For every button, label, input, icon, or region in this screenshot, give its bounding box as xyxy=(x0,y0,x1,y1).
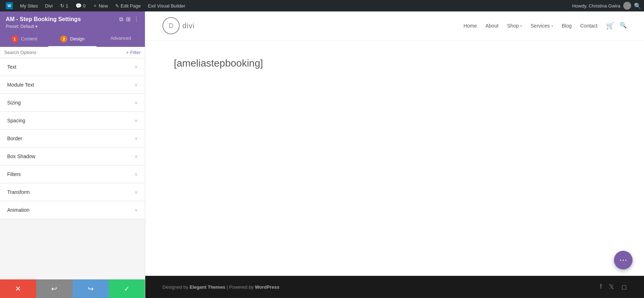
nav-blog[interactable]: Blog xyxy=(562,23,572,29)
option-box-shadow-label: Box Shadow xyxy=(7,153,35,159)
save-button[interactable]: ✓ xyxy=(109,279,145,298)
filter-button[interactable]: + Filter xyxy=(126,50,141,55)
tab-advanced[interactable]: Advanced xyxy=(97,32,145,47)
services-dropdown-icon: ▾ xyxy=(551,24,553,28)
divi-button[interactable]: Divi xyxy=(42,0,56,11)
my-sites-label: My Sites xyxy=(20,3,38,9)
new-button[interactable]: ＋ New xyxy=(90,0,111,11)
floating-action-button[interactable]: ⋯ xyxy=(614,251,633,269)
divi-label: Divi xyxy=(45,3,53,9)
fab-icon: ⋯ xyxy=(619,255,627,265)
site-logo: D divi xyxy=(162,17,195,34)
option-box-shadow[interactable]: Box Shadow ∨ xyxy=(0,148,145,165)
search-row: + Filter xyxy=(0,47,145,58)
nav-services[interactable]: Services ▾ xyxy=(531,23,553,29)
cancel-button[interactable]: ✕ xyxy=(0,279,36,298)
nav-shop-label: Shop xyxy=(507,23,519,29)
option-filters-label: Filters xyxy=(7,171,21,177)
wordpress-link[interactable]: WordPress xyxy=(255,284,279,290)
settings-panel: AM - Step Booking Settings ⧉ ⊞ ⋮ Preset:… xyxy=(0,11,145,298)
shop-dropdown-icon: ▾ xyxy=(520,24,522,28)
option-animation[interactable]: Animation ∨ xyxy=(0,201,145,219)
more-options-icon[interactable]: ⋮ xyxy=(133,16,139,23)
option-animation-label: Animation xyxy=(7,207,29,213)
option-text[interactable]: Text ∨ xyxy=(0,58,145,76)
wp-logo-icon: W xyxy=(6,2,13,9)
nav-icons: 🛒 🔍 xyxy=(606,22,627,30)
user-greeting: Howdy, Christina Gwira xyxy=(572,3,620,9)
tab-design[interactable]: 2 Design xyxy=(48,32,97,47)
search-admin-icon[interactable]: 🔍 xyxy=(634,3,641,9)
chevron-module-text-icon: ∨ xyxy=(135,82,138,87)
bottom-action-bar: ✕ ↩ ↪ ✓ xyxy=(0,279,145,298)
option-transform-label: Transform xyxy=(7,189,30,195)
logo-circle-icon: D xyxy=(162,17,180,34)
footer-separator: | Powered by xyxy=(225,284,255,290)
nav-about-label: About xyxy=(486,23,499,29)
my-sites-button[interactable]: My Sites xyxy=(17,0,41,11)
option-filters[interactable]: Filters ∨ xyxy=(0,166,145,183)
preset-row: Preset: Default ▾ xyxy=(6,24,139,29)
counter-button[interactable]: ↻ 1 xyxy=(57,0,71,11)
nav-shop[interactable]: Shop ▾ xyxy=(507,23,522,29)
copy-icon[interactable]: ⧉ xyxy=(119,16,123,23)
page-preview: D divi Home About Shop ▾ Services ▾ xyxy=(145,11,644,298)
chevron-animation-icon: ∨ xyxy=(135,207,138,212)
chevron-filters-icon: ∨ xyxy=(135,172,138,177)
nav-blog-label: Blog xyxy=(562,23,572,29)
preset-label[interactable]: Preset: Default ▾ xyxy=(6,24,38,29)
nav-about[interactable]: About xyxy=(486,23,499,29)
tab-badge-1: 1 xyxy=(11,35,18,43)
option-border[interactable]: Border ∨ xyxy=(0,130,145,147)
tab-content[interactable]: 1 Content xyxy=(0,32,48,47)
logo-text: divi xyxy=(182,22,195,30)
edit-page-label: Edit Page xyxy=(121,3,141,9)
option-module-text[interactable]: Module Text ∨ xyxy=(0,76,145,94)
tab-advanced-label: Advanced xyxy=(111,35,131,41)
option-spacing-label: Spacing xyxy=(7,118,25,123)
chevron-transform-icon: ∨ xyxy=(135,190,138,195)
panel-header: AM - Step Booking Settings ⧉ ⊞ ⋮ Preset:… xyxy=(0,11,145,32)
comments-button[interactable]: 💬 0 xyxy=(73,0,88,11)
undo-icon: ↩ xyxy=(51,284,57,293)
footer-prefix: Designed by xyxy=(162,284,190,290)
option-sizing-label: Sizing xyxy=(7,100,21,106)
instagram-icon[interactable]: ◻ xyxy=(621,283,627,291)
wp-logo-button[interactable]: W xyxy=(3,0,16,11)
nav-contact-label: Contact xyxy=(580,23,597,29)
redo-button[interactable]: ↪ xyxy=(73,279,109,298)
facebook-icon[interactable]: f xyxy=(600,283,602,291)
search-nav-icon[interactable]: 🔍 xyxy=(620,22,627,30)
nav-home-label: Home xyxy=(463,23,477,29)
undo-button[interactable]: ↩ xyxy=(36,279,72,298)
grid-icon[interactable]: ⊞ xyxy=(126,16,131,23)
elegant-themes-link[interactable]: Elegant Themes xyxy=(190,284,225,290)
page-content: [ameliastepbooking] xyxy=(145,40,644,276)
nav-home[interactable]: Home xyxy=(463,23,477,29)
panel-title: AM - Step Booking Settings xyxy=(6,16,81,23)
site-footer: Designed by Elegant Themes | Powered by … xyxy=(145,276,644,298)
edit-page-button[interactable]: ✎ Edit Page xyxy=(112,0,143,11)
option-transform[interactable]: Transform ∨ xyxy=(0,184,145,201)
option-sizing[interactable]: Sizing ∨ xyxy=(0,94,145,112)
nav-contact[interactable]: Contact xyxy=(580,23,597,29)
search-options-input[interactable] xyxy=(4,50,123,55)
footer-text: Designed by Elegant Themes | Powered by … xyxy=(162,284,279,290)
tab-design-label: Design xyxy=(70,36,84,41)
option-module-text-label: Module Text xyxy=(7,82,34,88)
twitter-icon[interactable]: 𝕏 xyxy=(609,283,614,291)
panel-title-row: AM - Step Booking Settings ⧉ ⊞ ⋮ xyxy=(6,16,139,23)
site-header: D divi Home About Shop ▾ Services ▾ xyxy=(145,11,644,40)
cancel-icon: ✕ xyxy=(15,284,21,293)
cart-icon[interactable]: 🛒 xyxy=(606,22,614,30)
option-spacing[interactable]: Spacing ∨ xyxy=(0,112,145,130)
redo-icon: ↪ xyxy=(88,284,94,293)
chevron-box-shadow-icon: ∨ xyxy=(135,154,138,159)
shortcode-text: [ameliastepbooking] xyxy=(174,58,615,69)
user-avatar[interactable] xyxy=(623,2,631,10)
nav-services-label: Services xyxy=(531,23,550,29)
tab-content-label: Content xyxy=(21,36,38,41)
exit-builder-button[interactable]: Exit Visual Builder xyxy=(145,0,188,11)
exit-builder-label: Exit Visual Builder xyxy=(148,3,185,9)
logo-letter: D xyxy=(169,22,174,30)
